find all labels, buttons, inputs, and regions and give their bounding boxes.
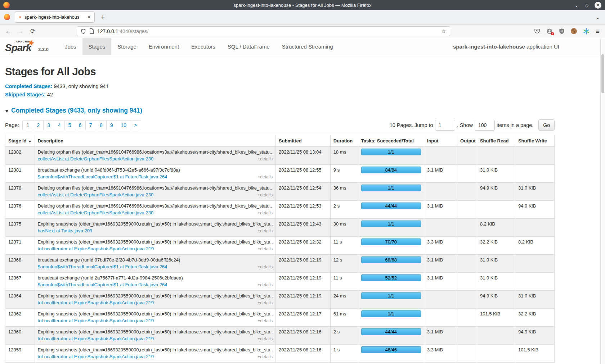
stage-description-cell: Expiring snapshots (older_than=166932055… [35,345,275,363]
new-tab-button[interactable]: + [101,13,105,21]
completed-stages-link[interactable]: Completed Stages: [5,83,52,89]
column-header-stage-id[interactable]: Stage Id [5,135,35,147]
nav-tab-jobs[interactable]: Jobs [59,38,82,55]
svg-text:uO: uO [560,30,563,32]
extension-asterisk-icon[interactable] [583,28,590,35]
details-toggle[interactable]: +details [257,300,273,306]
page-button-9[interactable]: 9 [107,120,117,130]
stage-id-cell: 12382 [5,147,35,165]
nav-tab-executors[interactable]: Executors [185,38,221,55]
stage-detail-link[interactable]: $anonfun$withThreadLocalCaptured$1 at Fu… [38,263,167,270]
stage-description: Expiring snapshots (older_than=166932055… [38,238,273,245]
stage-detail-link[interactable]: $anonfun$withThreadLocalCaptured$1 at Fu… [38,173,167,180]
pagination-row: Page: 12345678910> 10 Pages. Jump to . S… [5,119,555,131]
page-item: 7 [86,120,96,130]
nav-tab-storage[interactable]: Storage [111,38,143,55]
page-scrollbar[interactable] [600,38,605,364]
nav-tab-sql-dataframe[interactable]: SQL / DataFrame [221,38,276,55]
forward-button[interactable]: → [14,28,27,35]
page-button-6[interactable]: 6 [75,120,85,130]
window-minimize-icon[interactable]: ⌄ [574,3,579,8]
column-header-shuffle-write[interactable]: Shuffle Write [515,135,554,147]
page-button-10[interactable]: 10 [117,120,130,130]
next-page-button[interactable]: > [130,120,140,130]
column-header-tasks-succeeded-total[interactable]: Tasks: Succeeded/Total [358,135,424,147]
window-maximize-icon[interactable]: ◇ [585,3,588,8]
details-toggle[interactable]: +details [257,282,273,288]
page-button-8[interactable]: 8 [96,120,106,130]
skipped-stages-link[interactable]: Skipped Stages: [5,92,46,97]
back-button[interactable]: ← [2,28,14,35]
details-toggle[interactable]: +details [257,264,273,270]
stage-detail-link[interactable]: hasNext at Tasks.java:209 [38,227,93,234]
page-item: 5 [65,120,75,130]
tab-close-icon[interactable]: ✕ [87,14,91,20]
column-header-submitted[interactable]: Submitted [276,135,331,147]
nav-tab-structured-streaming[interactable]: Structured Streaming [276,38,339,55]
go-button[interactable]: Go [538,119,555,131]
page-button-1[interactable]: 1 [23,120,33,130]
stage-detail-link[interactable]: toLocalIterator at ExpireSnapshotsSparkA… [38,245,154,252]
stage-detail-link[interactable]: collectAsList at DeleteOrphanFilesSparkA… [38,155,154,162]
stage-detail-link[interactable]: toLocalIterator at ExpireSnapshotsSparkA… [38,335,154,342]
spark-star-icon: ★ [26,37,36,49]
column-header-description[interactable]: Description [35,135,275,147]
page-button-4[interactable]: 4 [54,120,64,130]
application-ui-label: spark-ingest-into-lakehouse application … [453,44,559,50]
input-cell: 3.1 MiB [424,201,457,219]
column-header-input[interactable]: Input [424,135,457,147]
stage-description-cell: broadcast exchange (runId 97bdf70e-2f28-… [35,255,275,273]
page-button-3[interactable]: 3 [44,120,54,130]
reload-button[interactable]: ⟳ [27,27,39,35]
details-toggle[interactable]: +details [257,336,273,342]
column-header-shuffle-read[interactable]: Shuffle Read [477,135,515,147]
shuffle-read-cell: 32.2 KiB [477,237,515,255]
spark-logo[interactable]: APACHE Spark ★ [5,39,36,55]
stage-detail-link[interactable]: toLocalIterator at ExpireSnapshotsSparkA… [38,353,154,360]
bookmark-star-icon[interactable]: ☆ [442,28,446,35]
page-item: 4 [54,120,64,130]
jump-to-page-input[interactable] [435,120,455,131]
items-per-page-input[interactable] [475,120,495,131]
stage-detail-link[interactable]: toLocalIterator at ExpireSnapshotsSparkA… [38,317,154,324]
pocket-icon[interactable] [534,28,540,34]
page-info-icon[interactable] [89,28,94,34]
menu-hamburger-icon[interactable]: ≡ [596,27,600,35]
window-close-icon[interactable]: ✕ [595,2,601,9]
tabs-dropdown-icon[interactable]: ⌄ [595,14,600,21]
nav-tab-stages[interactable]: Stages [82,38,112,55]
column-header-duration[interactable]: Duration [330,135,358,147]
scrollbar-thumb[interactable] [601,54,604,93]
page-button-2[interactable]: 2 [33,120,43,130]
details-toggle[interactable]: +details [257,354,273,360]
nav-tab-environment[interactable]: Environment [143,38,185,55]
details-toggle[interactable]: +details [257,210,273,217]
stage-detail-link[interactable]: collectAsList at DeleteOrphanFilesSparkA… [38,209,154,216]
ublock-shield-icon[interactable]: uO [559,28,565,34]
stage-detail-link[interactable]: $anonfun$withThreadLocalCaptured$1 at Fu… [38,281,167,288]
stage-detail-link[interactable]: collectAsList at DeleteOrphanFilesSparkA… [38,191,154,198]
skipped-stages-value: 42 [47,92,53,97]
details-toggle[interactable]: +details [257,174,273,181]
browser-tab[interactable]: ✴ spark-ingest-into-lakehous ✕ [15,12,95,23]
details-toggle[interactable]: +details [257,318,273,324]
details-toggle[interactable]: +details [257,246,273,252]
cookie-icon[interactable] [571,28,577,34]
page-button-7[interactable]: 7 [86,120,96,130]
url-bar[interactable]: 127.0.0.1:4040/stages/ ☆ [77,26,450,36]
tasks-progress-bar: 1/1 [361,310,421,317]
column-header-output[interactable]: Output [457,135,477,147]
identity-icon[interactable]: ✕ [546,28,553,35]
details-toggle[interactable]: +details [257,192,273,199]
duration-cell: 1 s [330,345,358,363]
page-button-5[interactable]: 5 [65,120,75,130]
stage-detail-link[interactable]: toLocalIterator at ExpireSnapshotsSparkA… [38,299,154,306]
shield-icon[interactable] [81,28,86,34]
stages-table: Stage IdDescriptionSubmittedDurationTask… [5,135,555,363]
input-cell [424,147,457,165]
completed-stages-section-header[interactable]: Completed Stages (9433, only showing 941… [5,107,555,114]
details-toggle[interactable]: +details [257,156,273,163]
output-cell [457,237,477,255]
details-toggle[interactable]: +details [257,228,273,235]
submitted-cell: 2022/11/25 08:12:16 [276,327,331,345]
